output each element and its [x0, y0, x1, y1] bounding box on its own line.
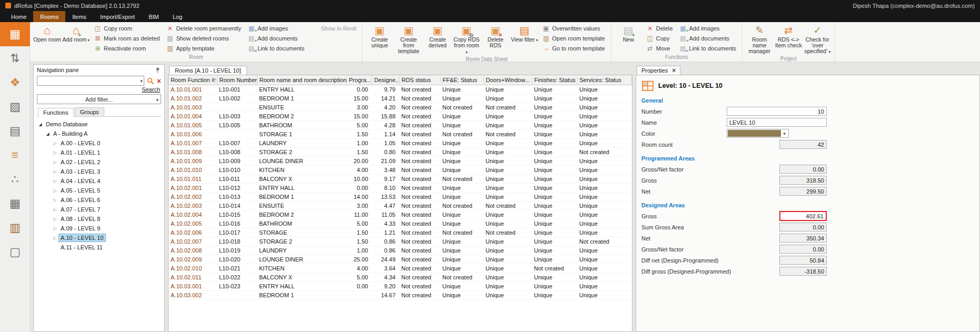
table-row[interactable]: A.10.01.002L10-002BEDROOM 115.0014.21Not… — [169, 94, 632, 103]
sidebar-cubes-icon[interactable]: ▨ — [0, 95, 30, 119]
pin-icon[interactable] — [154, 67, 161, 74]
check-for-over-specified-button[interactable]: ✓Check for 'over specified' ▾ — [803, 23, 832, 56]
column-header-room-name-and-room-description[interactable]: Room name and room description — [257, 75, 347, 85]
table-row[interactable]: A.10.02.010L10-021KITCHEN4.003.64Not cre… — [169, 264, 632, 273]
tree-item-a-07-level-7[interactable]: ▷A.07 - LEVEL 7 — [34, 205, 164, 214]
tree-collapsed-arrow-icon[interactable]: ▷ — [52, 150, 58, 155]
table-row[interactable]: A.10.02.009L10-020LOUNGE DINER25.0024.49… — [169, 255, 632, 264]
column-header-finishes-status[interactable]: Finishes: Status — [532, 75, 577, 85]
overwritten-values-button[interactable]: ▣Overwritten values — [540, 23, 606, 33]
table-row[interactable]: A.10.03.001L10-023ENTRY HALL0.009.20Not … — [169, 281, 632, 290]
column-header-progra[interactable]: Progra... — [347, 75, 372, 85]
table-row[interactable]: A.10.01.001L10-001ENTRY HALL0.009.79Not … — [169, 85, 632, 94]
create-from-template-button[interactable]: ▣Create from template — [394, 23, 423, 55]
copy-room-button[interactable]: ◫Copy room — [92, 23, 161, 33]
sidebar-page-icon[interactable]: ▢ — [0, 240, 30, 264]
tree-collapsed-arrow-icon[interactable]: ▷ — [52, 160, 58, 165]
nav-tab-groups[interactable]: Groups — [75, 107, 104, 116]
menu-tab-rooms[interactable]: Rooms — [33, 11, 65, 22]
table-row[interactable]: A.10.01.005L10-005BATHROOM5.004.28Not cr… — [169, 120, 632, 129]
add-documents-button[interactable]: ▤+Add documents — [246, 33, 306, 43]
column-header-services-status[interactable]: Services: Status — [577, 75, 632, 85]
table-row[interactable]: A.10.02.008L10-019LAUNDRY1.000.86Not cre… — [169, 246, 632, 255]
delete-rds-button[interactable]: ▣×Delete RDS — [481, 23, 510, 49]
add-room-button[interactable]: ⌂+Add room ▾ — [62, 23, 91, 44]
column-header-rds-status[interactable]: RDS status — [399, 75, 440, 85]
sidebar-hierarchy-icon[interactable]: ⇅ — [0, 46, 30, 71]
table-row[interactable]: A.10.01.007L10-007LAUNDRY1.001.05Not cre… — [169, 138, 632, 147]
create-unique-button[interactable]: ▣Create unique — [365, 23, 394, 49]
table-row[interactable]: A.10.02.006L10-017STORAGE1.501.21Not cre… — [169, 228, 632, 237]
table-row[interactable]: A.10.02.005L10-016BATHROOM5.004.33Not cr… — [169, 219, 632, 228]
table-row[interactable]: A.10.01.008L10-008STORAGE 21.500.80Not c… — [169, 147, 632, 156]
menu-tab-home[interactable]: Home — [4, 11, 33, 22]
table-row[interactable]: A.10.03.002BEDROOM 114.67Not createdUniq… — [169, 290, 632, 299]
tab-rooms-level-10[interactable]: Rooms [A.10 - LEVEL 10] — [169, 66, 247, 75]
tree-collapsed-arrow-icon[interactable]: ▷ — [52, 198, 58, 203]
table-row[interactable]: A.10.01.010L10-010KITCHEN4.003.48Not cre… — [169, 165, 632, 174]
tree-item-a-building-a[interactable]: ◢A - Building A — [34, 129, 164, 138]
link-to-documents-button[interactable]: ▤∞Link to documents — [678, 43, 738, 53]
show-deleted-rooms-button[interactable]: ▤Show deleted rooms — [164, 33, 243, 43]
tree-item-a-04-level-4[interactable]: ▷A.04 - LEVEL 4 — [34, 176, 164, 186]
tree-collapsed-arrow-icon[interactable]: ▷ — [52, 236, 58, 240]
tree-collapsed-arrow-icon[interactable]: ▷ — [52, 179, 58, 184]
go-to-room-template-button[interactable]: →Go to room template — [540, 43, 606, 53]
table-row[interactable]: A.10.02.001L10-012ENTRY HALL0.008.10Not … — [169, 183, 632, 192]
clear-search-icon[interactable]: × — [157, 77, 161, 85]
table-row[interactable]: A.10.01.009L10-009LOUNGE DINER20.0021.09… — [169, 156, 632, 165]
menu-tab-items[interactable]: Items — [65, 11, 93, 22]
tree-item-demo-database[interactable]: ◢Demo Database — [34, 119, 164, 129]
tree-item-a-10-level-10[interactable]: ▷A.10 - LEVEL 10 — [34, 233, 164, 243]
table-row[interactable]: A.10.02.002L10-013BEDROOM 114.0013.53Not… — [169, 192, 632, 201]
tree-collapsed-arrow-icon[interactable]: ▷ — [52, 169, 58, 174]
column-header-room-function[interactable]: Room Function #: — [169, 75, 217, 85]
close-icon[interactable]: × — [672, 67, 676, 74]
delete-button[interactable]: ×Delete — [645, 23, 675, 33]
add-documents-button[interactable]: ▤+Add documents — [678, 33, 738, 43]
tree-item-a-01-level-1[interactable]: ▷A.01 - LEVEL 1 — [34, 148, 164, 157]
show-in-revit-button[interactable]: Show in Revit — [309, 23, 358, 33]
new-button[interactable]: ▤+New — [614, 23, 643, 44]
tree-item-a-05-level-5[interactable]: ▷A.05 - LEVEL 5 — [34, 186, 164, 195]
table-row[interactable]: A.10.01.004L10-003BEDROOM 215.0015.88Not… — [169, 112, 632, 120]
sidebar-building-icon[interactable]: ▦ — [0, 192, 30, 216]
add-images-button[interactable]: ▦+Add images — [678, 23, 738, 33]
menu-tab-log[interactable]: Log — [166, 11, 189, 22]
search-link[interactable]: Search — [142, 86, 160, 93]
add-images-button[interactable]: ▦+Add images — [246, 23, 306, 33]
create-derived-button[interactable]: ▣Create derived — [423, 23, 452, 49]
room-name-manager-button[interactable]: ✎Room name manager — [745, 23, 774, 55]
column-header-doors-window[interactable]: Doors+Window... — [483, 75, 532, 85]
tree-collapsed-arrow-icon[interactable]: ▷ — [52, 141, 58, 146]
tree-item-a-08-level-8[interactable]: ▷A.08 - LEVEL 8 — [34, 214, 164, 224]
input-number[interactable]: 10 — [727, 107, 827, 116]
nav-tab-functions[interactable]: Functions — [38, 108, 74, 117]
tree-collapsed-arrow-icon[interactable]: ▷ — [52, 226, 58, 231]
tree-item-a-09-level-9[interactable]: ▷A.09 - LEVEL 9 — [34, 224, 164, 233]
column-header-ff-e-status[interactable]: FF&E: Status — [440, 75, 483, 85]
tree-expanded-arrow-icon[interactable]: ◢ — [37, 122, 44, 127]
tree-item-a-00-level-0[interactable]: ▷A.00 - LEVEL 0 — [34, 138, 164, 148]
copy-button[interactable]: ◫Copy — [645, 33, 675, 43]
tree-collapsed-arrow-icon[interactable]: ▷ — [52, 207, 58, 212]
open-room-template-button[interactable]: ▥Open room template — [540, 33, 606, 43]
color-picker[interactable]: ▾ — [727, 129, 789, 138]
tree-item-a-03-level-3[interactable]: ▷A.03 - LEVEL 3 — [34, 167, 164, 176]
sidebar-network-icon[interactable]: ∴ — [0, 167, 30, 192]
table-row[interactable]: A.10.02.003L10-014ENSUITE3.004.47Not cre… — [169, 201, 632, 210]
sidebar-books-icon[interactable]: ▥ — [0, 216, 30, 240]
sidebar-clipboard-icon[interactable]: ▤ — [0, 119, 30, 143]
table-row[interactable]: A.10.01.006STORAGE 11.501.14Not createdN… — [169, 129, 632, 138]
reactivate-room-button[interactable]: ⊕Reactivate room — [92, 43, 161, 53]
tree-expanded-arrow-icon[interactable]: ◢ — [44, 132, 51, 136]
tab-properties[interactable]: Properties × — [637, 66, 680, 75]
input-name[interactable]: LEVEL 10 — [727, 118, 827, 127]
table-row[interactable]: A.10.02.004L10-015BEDROOM 211.0011.05Not… — [169, 210, 632, 219]
view-filter-button[interactable]: ▤View filter ▾ — [510, 23, 539, 44]
table-row[interactable]: A.10.01.003ENSUITE3.004.20Not createdNot… — [169, 103, 632, 112]
copy-rds-from-room-button[interactable]: ▣⧉Copy RDS from room ▾ — [452, 23, 481, 56]
menu-tab-bim[interactable]: BIM — [142, 11, 166, 22]
open-room-button[interactable]: ⌂Open room — [33, 23, 62, 44]
tree-item-a-06-level-6[interactable]: ▷A.06 - LEVEL 6 — [34, 195, 164, 205]
